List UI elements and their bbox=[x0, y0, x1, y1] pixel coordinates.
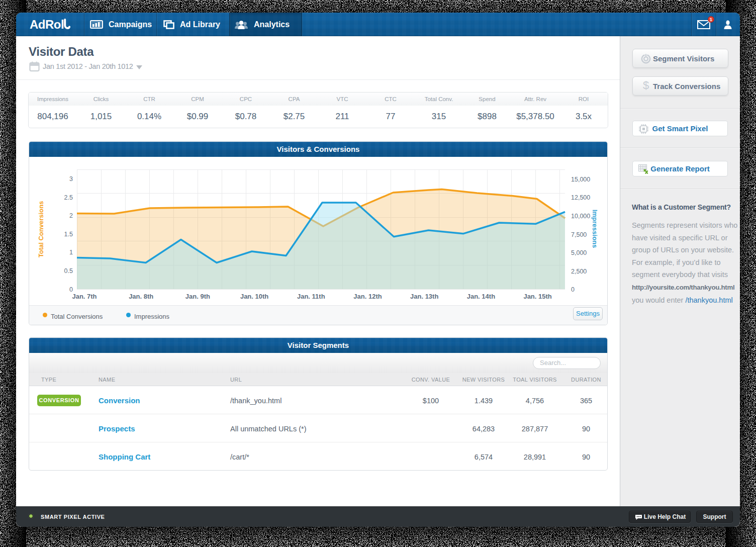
svg-text:0: 0 bbox=[69, 286, 73, 293]
svg-text:2,500: 2,500 bbox=[571, 268, 587, 275]
svg-text:Jan. 15th: Jan. 15th bbox=[523, 293, 551, 300]
svg-text:Jan. 13th: Jan. 13th bbox=[410, 293, 438, 300]
svg-text:3: 3 bbox=[69, 175, 73, 183]
svg-text:1.5: 1.5 bbox=[64, 231, 73, 238]
svg-text:Total Conversions: Total Conversions bbox=[37, 201, 45, 257]
svg-text:Jan. 10th: Jan. 10th bbox=[240, 293, 268, 300]
svg-text:Jan. 12th: Jan. 12th bbox=[353, 293, 382, 300]
svg-text:2: 2 bbox=[69, 212, 73, 219]
svg-text:Jan. 14th: Jan. 14th bbox=[467, 293, 495, 300]
svg-text:0: 0 bbox=[571, 286, 575, 293]
svg-text:10,000: 10,000 bbox=[571, 213, 590, 220]
svg-text:0.5: 0.5 bbox=[64, 267, 73, 275]
svg-text:15,000: 15,000 bbox=[571, 176, 590, 183]
svg-text:2.5: 2.5 bbox=[64, 194, 73, 201]
svg-text:12,500: 12,500 bbox=[571, 194, 590, 201]
svg-text:Impressions: Impressions bbox=[591, 210, 599, 248]
svg-text:Jan. 8th: Jan. 8th bbox=[129, 293, 153, 300]
svg-text:Jan. 9th: Jan. 9th bbox=[185, 293, 210, 300]
svg-text:Jan. 7th: Jan. 7th bbox=[72, 293, 97, 300]
svg-text:1: 1 bbox=[69, 249, 73, 256]
svg-text:Jan. 11th: Jan. 11th bbox=[297, 293, 325, 300]
svg-text:7,500: 7,500 bbox=[571, 231, 587, 238]
svg-text:5,000: 5,000 bbox=[571, 249, 587, 256]
